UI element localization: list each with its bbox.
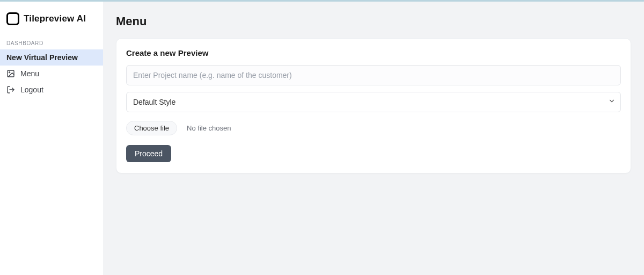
sidebar-item-label: Logout <box>20 85 97 94</box>
sidebar-section-label: DASHBOARD <box>0 33 103 49</box>
sidebar-item-label: New Virtual Preview <box>6 53 97 62</box>
proceed-button[interactable]: Proceed <box>126 145 171 162</box>
create-preview-card: Create a new Preview Default Style Choos… <box>116 38 631 173</box>
sidebar-item-menu[interactable]: Menu <box>0 66 103 82</box>
logout-icon <box>6 85 15 94</box>
main-content: Menu Create a new Preview Default Style … <box>103 2 644 275</box>
sidebar-item-new-virtual-preview[interactable]: New Virtual Preview <box>0 49 103 66</box>
project-name-input[interactable] <box>126 65 621 85</box>
image-icon <box>6 69 15 78</box>
brand-logo-icon <box>6 12 19 25</box>
style-select-wrap: Default Style <box>126 92 621 112</box>
file-status-text: No file chosen <box>187 124 231 132</box>
sidebar-item-label: Menu <box>20 69 97 78</box>
sidebar: Tilepreview AI DASHBOARD New Virtual Pre… <box>0 2 103 275</box>
file-input-row: Choose file No file chosen <box>126 121 621 135</box>
sidebar-item-logout[interactable]: Logout <box>0 82 103 98</box>
brand-name: Tilepreview AI <box>24 13 86 24</box>
svg-point-1 <box>9 72 10 73</box>
brand: Tilepreview AI <box>0 8 103 33</box>
style-select[interactable]: Default Style <box>126 92 621 112</box>
card-title: Create a new Preview <box>126 48 621 57</box>
page-title: Menu <box>116 15 631 28</box>
choose-file-button[interactable]: Choose file <box>126 121 177 135</box>
